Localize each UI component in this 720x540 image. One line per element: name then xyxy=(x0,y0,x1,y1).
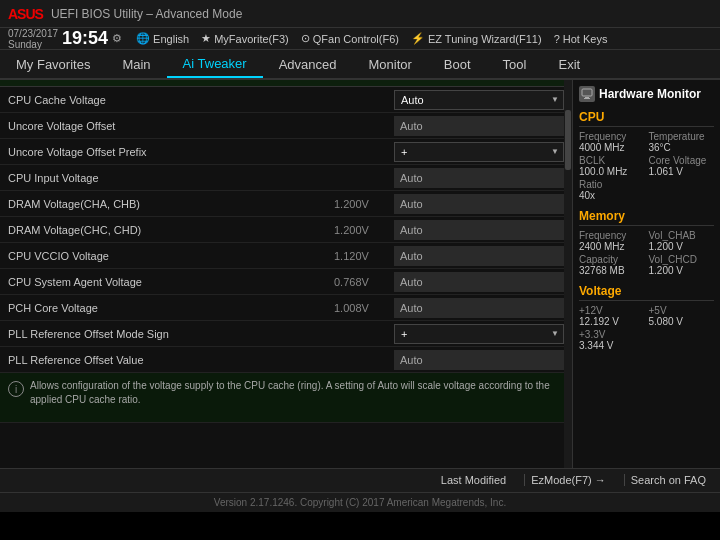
pll-ref-offset-value-value[interactable]: Auto xyxy=(394,350,564,370)
scrollbar[interactable] xyxy=(564,80,572,468)
v33-block: +3.3V 3.344 V xyxy=(579,329,714,351)
mem-vol-chab-block: Vol_CHAB 1.200 V xyxy=(649,230,715,252)
pch-core-voltage-value[interactable]: Auto xyxy=(394,298,564,318)
globe-icon: 🌐 xyxy=(136,32,150,45)
uncore-voltage-offset-value[interactable]: Auto xyxy=(394,116,564,136)
scroll-thumb[interactable] xyxy=(565,110,571,170)
info-text: Allows configuration of the voltage supp… xyxy=(30,379,564,407)
table-row: CPU System Agent Voltage 0.768V Auto xyxy=(0,269,572,295)
info-icon: i xyxy=(8,381,24,397)
nav-monitor[interactable]: Monitor xyxy=(353,50,428,78)
nav-advanced[interactable]: Advanced xyxy=(263,50,353,78)
lightning-icon: ⚡ xyxy=(411,32,425,45)
main-layout: CPU Cache Voltage Auto Uncore Voltage Of… xyxy=(0,80,720,468)
cpu-bclk-value: 100.0 MHz xyxy=(579,166,645,177)
table-row: Uncore Voltage Offset Prefix + xyxy=(0,139,572,165)
nav-bar: My Favorites Main Ai Tweaker Advanced Mo… xyxy=(0,50,720,80)
my-favorites-button[interactable]: ★ MyFavorite(F3) xyxy=(201,32,289,45)
cpu-freq-label: Frequency xyxy=(579,131,645,142)
qfan-button[interactable]: ⊙ QFan Control(F6) xyxy=(301,32,399,45)
table-row: PLL Reference Offset Value Auto xyxy=(0,347,572,373)
mem-vol-chab-value: 1.200 V xyxy=(649,241,715,252)
ez-mode-button[interactable]: EzMode(F7) → xyxy=(524,474,612,486)
cpu-core-voltage-value: 1.061 V xyxy=(649,166,715,177)
memory-section-title: Memory xyxy=(579,209,714,226)
cpu-vccio-voltage-current: 1.120V xyxy=(334,250,394,262)
nav-ai-tweaker[interactable]: Ai Tweaker xyxy=(167,50,263,78)
cpu-input-voltage-value[interactable]: Auto xyxy=(394,168,564,188)
mem-capacity-block: Capacity 32768 MB xyxy=(579,254,645,276)
ez-tuning-button[interactable]: ⚡ EZ Tuning Wizard(F11) xyxy=(411,32,542,45)
nav-exit[interactable]: Exit xyxy=(542,50,596,78)
cpu-section: CPU Frequency 4000 MHz Temperature 36°C … xyxy=(579,110,714,201)
settings-gear-icon[interactable]: ⚙ xyxy=(112,32,122,45)
nav-boot[interactable]: Boot xyxy=(428,50,487,78)
cpu-core-voltage-label: Core Voltage xyxy=(649,155,715,166)
uncore-voltage-offset-label: Uncore Voltage Offset xyxy=(8,118,394,134)
question-icon: ? xyxy=(554,33,560,45)
nav-tool[interactable]: Tool xyxy=(487,50,543,78)
hw-monitor-title-text: Hardware Monitor xyxy=(599,87,701,101)
mem-capacity-value: 32768 MB xyxy=(579,265,645,276)
bios-title: UEFI BIOS Utility – Advanced Mode xyxy=(51,7,242,21)
hw-monitor-title: Hardware Monitor xyxy=(579,86,714,102)
mem-frequency-block: Frequency 2400 MHz xyxy=(579,230,645,252)
favorites-icon: ★ xyxy=(201,32,211,45)
fan-icon: ⊙ xyxy=(301,32,310,45)
table-row: CPU Cache Voltage Auto xyxy=(0,87,572,113)
second-bar: 07/23/2017 Sunday 19:54 ⚙ 🌐 English ★ My… xyxy=(0,28,720,50)
cpu-core-voltage-block: Core Voltage 1.061 V xyxy=(649,155,715,177)
pll-ref-offset-value-label: PLL Reference Offset Value xyxy=(8,352,394,368)
svg-rect-1 xyxy=(585,97,589,98)
cpu-system-agent-voltage-label: CPU System Agent Voltage xyxy=(8,274,334,290)
v33-value: 3.344 V xyxy=(579,340,714,351)
cpu-cache-voltage-dropdown[interactable]: Auto xyxy=(394,90,564,110)
top-bar: ASUS UEFI BIOS Utility – Advanced Mode xyxy=(0,0,720,28)
v5-value: 5.080 V xyxy=(649,316,715,327)
dram-voltage-cha-chb-current: 1.200V xyxy=(334,198,394,210)
hot-keys-button[interactable]: ? Hot Keys xyxy=(554,33,608,45)
voltage-section: Voltage +12V 12.192 V +5V 5.080 V +3.3V … xyxy=(579,284,714,351)
pll-ref-offset-mode-sign-label: PLL Reference Offset Mode Sign xyxy=(8,326,394,342)
uncore-voltage-offset-prefix-label: Uncore Voltage Offset Prefix xyxy=(8,144,394,160)
cpu-ratio-block: Ratio 40x xyxy=(579,179,714,201)
mem-vol-chcd-label: Vol_CHCD xyxy=(649,254,715,265)
cpu-temp-value: 36°C xyxy=(649,142,715,153)
cpu-ratio-value: 40x xyxy=(579,190,714,201)
pll-ref-offset-mode-sign-dropdown[interactable]: + xyxy=(394,324,564,344)
table-row: CPU VCCIO Voltage 1.120V Auto xyxy=(0,243,572,269)
nav-my-favorites[interactable]: My Favorites xyxy=(0,50,106,78)
dram-voltage-chc-chd-value[interactable]: Auto xyxy=(394,220,564,240)
time-display: 19:54 xyxy=(62,28,108,49)
v12-value: 12.192 V xyxy=(579,316,645,327)
v12-label: +12V xyxy=(579,305,645,316)
dram-voltage-cha-chb-label: DRAM Voltage(CHA, CHB) xyxy=(8,196,334,212)
cpu-input-voltage-label: CPU Input Voltage xyxy=(8,170,394,186)
pch-core-voltage-current: 1.008V xyxy=(334,302,394,314)
nav-main[interactable]: Main xyxy=(106,50,166,78)
bottom-bar: Last Modified EzMode(F7) → Search on FAQ… xyxy=(0,468,720,512)
language-button[interactable]: 🌐 English xyxy=(136,32,189,45)
datetime-block: 07/23/2017 Sunday 19:54 ⚙ xyxy=(8,28,122,50)
mem-vol-chab-label: Vol_CHAB xyxy=(649,230,715,241)
monitor-icon xyxy=(579,86,595,102)
cpu-system-agent-voltage-value[interactable]: Auto xyxy=(394,272,564,292)
cpu-bclk-label: BCLK xyxy=(579,155,645,166)
section-header xyxy=(0,80,572,87)
cpu-bclk-block: BCLK 100.0 MHz xyxy=(579,155,645,177)
mem-vol-chcd-value: 1.200 V xyxy=(649,265,715,276)
table-row: DRAM Voltage(CHC, CHD) 1.200V Auto xyxy=(0,217,572,243)
bottom-top: Last Modified EzMode(F7) → Search on FAQ xyxy=(0,469,720,493)
uncore-voltage-offset-prefix-dropdown[interactable]: + xyxy=(394,142,564,162)
dram-voltage-cha-chb-value[interactable]: Auto xyxy=(394,194,564,214)
memory-grid: Frequency 2400 MHz Vol_CHAB 1.200 V Capa… xyxy=(579,230,714,276)
cpu-section-title: CPU xyxy=(579,110,714,127)
top-icons: 🌐 English ★ MyFavorite(F3) ⊙ QFan Contro… xyxy=(136,32,607,45)
memory-section: Memory Frequency 2400 MHz Vol_CHAB 1.200… xyxy=(579,209,714,276)
cpu-ratio-label: Ratio xyxy=(579,179,714,190)
last-modified-button[interactable]: Last Modified xyxy=(435,474,512,486)
table-row: PLL Reference Offset Mode Sign + xyxy=(0,321,572,347)
search-faq-button[interactable]: Search on FAQ xyxy=(624,474,712,486)
cpu-frequency-block: Frequency 4000 MHz xyxy=(579,131,645,153)
cpu-vccio-voltage-value[interactable]: Auto xyxy=(394,246,564,266)
